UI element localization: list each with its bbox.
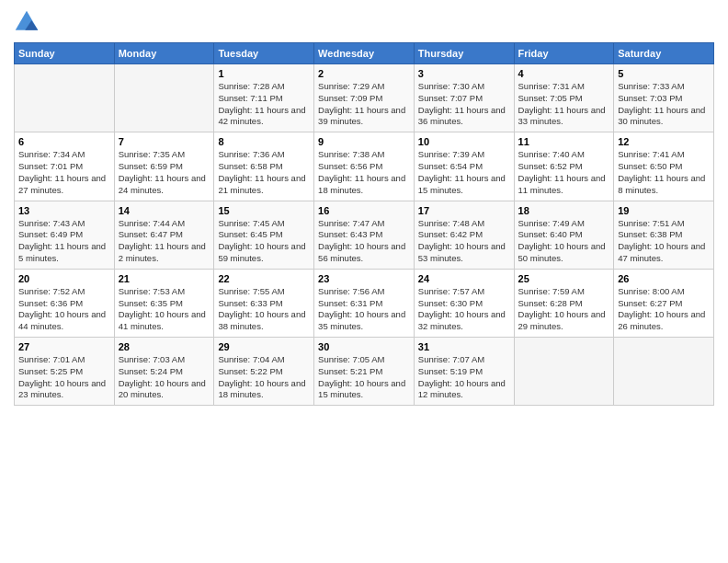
calendar-cell: 18Sunrise: 7:49 AM Sunset: 6:40 PM Dayli… (514, 201, 614, 269)
day-number: 2 (318, 68, 410, 79)
weekday-header-row: SundayMondayTuesdayWednesdayThursdayFrid… (15, 43, 714, 64)
day-info: Sunrise: 7:47 AM Sunset: 6:43 PM Dayligh… (318, 218, 410, 265)
day-number: 13 (18, 205, 110, 216)
day-info: Sunrise: 7:55 AM Sunset: 6:33 PM Dayligh… (218, 286, 310, 333)
calendar-cell: 2Sunrise: 7:29 AM Sunset: 7:09 PM Daylig… (314, 64, 415, 132)
calendar-week-5: 27Sunrise: 7:01 AM Sunset: 5:25 PM Dayli… (15, 338, 714, 406)
calendar-cell: 1Sunrise: 7:28 AM Sunset: 7:11 PM Daylig… (214, 64, 314, 132)
calendar-cell: 8Sunrise: 7:36 AM Sunset: 6:58 PM Daylig… (214, 132, 314, 201)
weekday-header-friday: Friday (514, 43, 614, 64)
calendar-cell: 16Sunrise: 7:47 AM Sunset: 6:43 PM Dayli… (314, 201, 415, 269)
day-number: 14 (119, 205, 210, 216)
day-number: 10 (418, 136, 510, 147)
weekday-header-thursday: Thursday (414, 43, 514, 64)
day-number: 21 (119, 273, 210, 284)
day-info: Sunrise: 7:53 AM Sunset: 6:35 PM Dayligh… (119, 286, 210, 333)
calendar-week-3: 13Sunrise: 7:43 AM Sunset: 6:49 PM Dayli… (15, 201, 714, 269)
day-info: Sunrise: 7:39 AM Sunset: 6:54 PM Dayligh… (418, 149, 510, 196)
calendar-cell: 12Sunrise: 7:41 AM Sunset: 6:50 PM Dayli… (614, 132, 714, 201)
calendar-cell (614, 338, 714, 406)
day-number: 23 (318, 273, 410, 284)
day-info: Sunrise: 7:43 AM Sunset: 6:49 PM Dayligh… (18, 218, 110, 265)
calendar-cell: 15Sunrise: 7:45 AM Sunset: 6:45 PM Dayli… (214, 201, 314, 269)
calendar-cell: 19Sunrise: 7:51 AM Sunset: 6:38 PM Dayli… (614, 201, 714, 269)
day-info: Sunrise: 7:56 AM Sunset: 6:31 PM Dayligh… (318, 286, 410, 333)
calendar-cell: 6Sunrise: 7:34 AM Sunset: 7:01 PM Daylig… (15, 132, 115, 201)
day-number: 6 (18, 136, 110, 147)
day-number: 1 (218, 68, 310, 79)
calendar-cell: 20Sunrise: 7:52 AM Sunset: 6:36 PM Dayli… (15, 269, 115, 337)
day-info: Sunrise: 7:29 AM Sunset: 7:09 PM Dayligh… (318, 81, 410, 128)
calendar-cell: 17Sunrise: 7:48 AM Sunset: 6:42 PM Dayli… (414, 201, 514, 269)
weekday-header-tuesday: Tuesday (214, 43, 314, 64)
calendar-cell: 21Sunrise: 7:53 AM Sunset: 6:35 PM Dayli… (114, 269, 214, 337)
day-number: 11 (518, 136, 610, 147)
day-info: Sunrise: 8:00 AM Sunset: 6:27 PM Dayligh… (618, 286, 710, 333)
calendar-cell: 28Sunrise: 7:03 AM Sunset: 5:24 PM Dayli… (114, 338, 214, 406)
calendar-cell: 3Sunrise: 7:30 AM Sunset: 7:07 PM Daylig… (414, 64, 514, 132)
day-info: Sunrise: 7:44 AM Sunset: 6:47 PM Dayligh… (119, 218, 210, 265)
calendar-cell: 5Sunrise: 7:33 AM Sunset: 7:03 PM Daylig… (614, 64, 714, 132)
weekday-header-saturday: Saturday (614, 43, 714, 64)
logo-icon (14, 9, 40, 35)
day-info: Sunrise: 7:41 AM Sunset: 6:50 PM Dayligh… (618, 149, 710, 196)
day-number: 27 (18, 341, 110, 352)
day-number: 8 (218, 136, 310, 147)
page-header (14, 9, 714, 35)
day-info: Sunrise: 7:36 AM Sunset: 6:58 PM Dayligh… (218, 149, 310, 196)
calendar-cell: 31Sunrise: 7:07 AM Sunset: 5:19 PM Dayli… (414, 338, 514, 406)
day-info: Sunrise: 7:40 AM Sunset: 6:52 PM Dayligh… (518, 149, 610, 196)
day-number: 4 (518, 68, 610, 79)
calendar-cell (15, 64, 115, 132)
calendar-cell: 25Sunrise: 7:59 AM Sunset: 6:28 PM Dayli… (514, 269, 614, 337)
day-info: Sunrise: 7:34 AM Sunset: 7:01 PM Dayligh… (18, 149, 110, 196)
day-info: Sunrise: 7:33 AM Sunset: 7:03 PM Dayligh… (618, 81, 710, 128)
weekday-header-sunday: Sunday (15, 43, 115, 64)
calendar-cell: 22Sunrise: 7:55 AM Sunset: 6:33 PM Dayli… (214, 269, 314, 337)
calendar-week-2: 6Sunrise: 7:34 AM Sunset: 7:01 PM Daylig… (15, 132, 714, 201)
calendar-week-1: 1Sunrise: 7:28 AM Sunset: 7:11 PM Daylig… (15, 64, 714, 132)
calendar-cell (114, 64, 214, 132)
day-info: Sunrise: 7:57 AM Sunset: 6:30 PM Dayligh… (418, 286, 510, 333)
calendar-cell: 7Sunrise: 7:35 AM Sunset: 6:59 PM Daylig… (114, 132, 214, 201)
day-info: Sunrise: 7:35 AM Sunset: 6:59 PM Dayligh… (119, 149, 210, 196)
weekday-header-wednesday: Wednesday (314, 43, 415, 64)
day-number: 25 (518, 273, 610, 284)
calendar-cell: 30Sunrise: 7:05 AM Sunset: 5:21 PM Dayli… (314, 338, 415, 406)
day-number: 24 (418, 273, 510, 284)
day-number: 28 (119, 341, 210, 352)
day-number: 12 (618, 136, 710, 147)
day-info: Sunrise: 7:38 AM Sunset: 6:56 PM Dayligh… (318, 149, 410, 196)
weekday-header-monday: Monday (114, 43, 214, 64)
day-info: Sunrise: 7:07 AM Sunset: 5:19 PM Dayligh… (418, 354, 510, 401)
day-number: 18 (518, 205, 610, 216)
day-info: Sunrise: 7:28 AM Sunset: 7:11 PM Dayligh… (218, 81, 310, 128)
day-info: Sunrise: 7:52 AM Sunset: 6:36 PM Dayligh… (18, 286, 110, 333)
day-info: Sunrise: 7:49 AM Sunset: 6:40 PM Dayligh… (518, 218, 610, 265)
calendar-cell: 14Sunrise: 7:44 AM Sunset: 6:47 PM Dayli… (114, 201, 214, 269)
calendar-cell: 11Sunrise: 7:40 AM Sunset: 6:52 PM Dayli… (514, 132, 614, 201)
day-info: Sunrise: 7:04 AM Sunset: 5:22 PM Dayligh… (218, 354, 310, 401)
day-info: Sunrise: 7:48 AM Sunset: 6:42 PM Dayligh… (418, 218, 510, 265)
calendar-cell: 23Sunrise: 7:56 AM Sunset: 6:31 PM Dayli… (314, 269, 415, 337)
day-info: Sunrise: 7:03 AM Sunset: 5:24 PM Dayligh… (119, 354, 210, 401)
calendar-cell: 29Sunrise: 7:04 AM Sunset: 5:22 PM Dayli… (214, 338, 314, 406)
day-number: 26 (618, 273, 710, 284)
day-number: 16 (318, 205, 410, 216)
day-info: Sunrise: 7:01 AM Sunset: 5:25 PM Dayligh… (18, 354, 110, 401)
day-number: 9 (318, 136, 410, 147)
day-info: Sunrise: 7:30 AM Sunset: 7:07 PM Dayligh… (418, 81, 510, 128)
day-number: 17 (418, 205, 510, 216)
calendar-cell: 27Sunrise: 7:01 AM Sunset: 5:25 PM Dayli… (15, 338, 115, 406)
day-number: 31 (418, 341, 510, 352)
calendar-cell: 9Sunrise: 7:38 AM Sunset: 6:56 PM Daylig… (314, 132, 415, 201)
calendar-cell: 13Sunrise: 7:43 AM Sunset: 6:49 PM Dayli… (15, 201, 115, 269)
day-info: Sunrise: 7:45 AM Sunset: 6:45 PM Dayligh… (218, 218, 310, 265)
day-number: 22 (218, 273, 310, 284)
day-number: 19 (618, 205, 710, 216)
day-number: 30 (318, 341, 410, 352)
day-number: 15 (218, 205, 310, 216)
day-number: 7 (119, 136, 210, 147)
day-number: 20 (18, 273, 110, 284)
calendar-cell: 26Sunrise: 8:00 AM Sunset: 6:27 PM Dayli… (614, 269, 714, 337)
